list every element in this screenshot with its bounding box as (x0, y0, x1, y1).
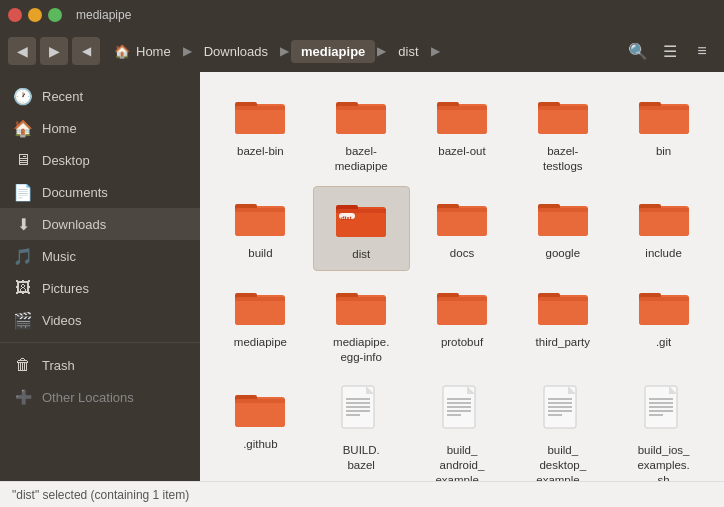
file-item-bin[interactable]: bin (615, 84, 712, 182)
breadcrumb-sep-2: ▶ (280, 44, 289, 58)
videos-icon: 🎬 (14, 311, 32, 329)
file-item-build_-android_-example---[interactable]: build_ android_ example... (414, 377, 511, 481)
file-label: BUILD. bazel (343, 443, 380, 473)
file-item-build_-desktop_-example---[interactable]: build_ desktop_ example... (514, 377, 611, 481)
svg-rect-45 (235, 297, 285, 301)
breadcrumb-downloads[interactable]: Downloads (194, 40, 278, 63)
sidebar-item-documents[interactable]: 📄 Documents (0, 176, 200, 208)
file-label: build (248, 246, 272, 261)
svg-rect-23 (235, 208, 285, 212)
file-label: bazel- mediapipe (335, 144, 388, 174)
breadcrumb-dist-label: dist (398, 44, 418, 59)
svg-rect-7 (336, 106, 386, 110)
svg-rect-2 (235, 106, 285, 134)
sidebar-item-pictures[interactable]: 🖼 Pictures (0, 272, 200, 304)
file-label: docs (450, 246, 474, 261)
desktop-icon: 🖥 (14, 151, 32, 169)
sidebar-item-videos[interactable]: 🎬 Videos (0, 304, 200, 336)
file-label: mediapipe. egg-info (333, 335, 389, 365)
back-button[interactable]: ◀ (8, 37, 36, 65)
file-item-third_party[interactable]: third_party (514, 275, 611, 373)
maximize-button[interactable] (48, 8, 62, 22)
file-label: build_ desktop_ example... (536, 443, 589, 481)
file-item-protobuf[interactable]: protobuf (414, 275, 511, 373)
breadcrumb-home[interactable]: 🏠 Home (104, 40, 181, 63)
svg-rect-44 (235, 297, 285, 325)
up-button[interactable]: ◀ (72, 37, 100, 65)
folder-icon (436, 194, 488, 242)
folder-icon (537, 283, 589, 331)
svg-rect-15 (538, 106, 588, 110)
svg-rect-65 (235, 399, 285, 403)
file-item-bazel-bin[interactable]: bazel-bin (212, 84, 309, 182)
file-grid: bazel-bin bazel- mediapipe bazel-out baz… (212, 84, 712, 481)
statusbar: "dist" selected (containing 1 item) (0, 481, 724, 507)
breadcrumb-mediapipe[interactable]: mediapipe (291, 40, 375, 63)
file-item-bazel--mediapipe[interactable]: bazel- mediapipe (313, 84, 410, 182)
file-item-mediapipe--egg-info[interactable]: mediapipe. egg-info (313, 275, 410, 373)
document-icon (441, 385, 483, 439)
sidebar-item-other-locations[interactable]: ➕ Other Locations (0, 381, 200, 413)
documents-icon: 📄 (14, 183, 32, 201)
file-label: include (645, 246, 681, 261)
minimize-button[interactable] (28, 8, 42, 22)
search-button[interactable]: 🔍 (624, 37, 652, 65)
breadcrumb-sep-4: ▶ (431, 44, 440, 58)
folder-icon (436, 283, 488, 331)
breadcrumb-sep-3: ▶ (377, 44, 386, 58)
sidebar-item-downloads[interactable]: ⬇ Downloads (0, 208, 200, 240)
sidebar-item-trash[interactable]: 🗑 Trash (0, 349, 200, 381)
menu-button[interactable]: ≡ (688, 37, 716, 65)
svg-rect-36 (538, 208, 588, 236)
sidebar-divider (0, 342, 200, 343)
sidebar-item-music[interactable]: 🎵 Music (0, 240, 200, 272)
home-icon: 🏠 (114, 44, 130, 59)
svg-rect-56 (538, 297, 588, 325)
svg-rect-53 (437, 297, 487, 301)
file-item-build_ios_-examples--sh[interactable]: build_ios_ examples. sh (615, 377, 712, 481)
file-item-dist[interactable]: dist dist (313, 186, 410, 271)
file-label: bazel- testlogs (543, 144, 583, 174)
file-item-mediapipe[interactable]: mediapipe (212, 275, 309, 373)
svg-rect-14 (538, 106, 588, 134)
file-item-BUILD--bazel[interactable]: BUILD. bazel (313, 377, 410, 481)
breadcrumb-downloads-label: Downloads (204, 44, 268, 59)
file-item-docs[interactable]: docs (414, 186, 511, 271)
file-item-google[interactable]: google (514, 186, 611, 271)
svg-rect-27 (336, 209, 386, 213)
forward-button[interactable]: ▶ (40, 37, 68, 65)
document-icon (340, 385, 382, 439)
folder-icon (436, 92, 488, 140)
file-item-include[interactable]: include (615, 186, 712, 271)
sidebar-item-recent[interactable]: 🕐 Recent (0, 80, 200, 112)
file-item--github[interactable]: .github (212, 377, 309, 481)
pictures-icon: 🖼 (14, 279, 32, 297)
folder-icon (234, 92, 286, 140)
breadcrumb-dist[interactable]: dist (388, 40, 428, 63)
folder-icon (335, 92, 387, 140)
file-label: build_ android_ example... (435, 443, 488, 481)
svg-rect-3 (235, 106, 285, 110)
folder-icon (638, 92, 690, 140)
svg-rect-19 (639, 106, 689, 110)
toolbar: ◀ ▶ ◀ 🏠 Home ▶ Downloads ▶ mediapipe ▶ d… (0, 30, 724, 72)
file-label: protobuf (441, 335, 483, 350)
sidebar-item-desktop[interactable]: 🖥 Desktop (0, 144, 200, 176)
toolbar-actions: 🔍 ☰ ≡ (624, 37, 716, 65)
view-toggle-button[interactable]: ☰ (656, 37, 684, 65)
file-item-bazel-out[interactable]: bazel-out (414, 84, 511, 182)
file-item-build[interactable]: build (212, 186, 309, 271)
document-icon (542, 385, 584, 439)
svg-rect-64 (235, 399, 285, 427)
file-label: .git (656, 335, 671, 350)
sidebar-item-home[interactable]: 🏠 Home (0, 112, 200, 144)
file-item--git[interactable]: .git (615, 275, 712, 373)
recent-icon: 🕐 (14, 87, 32, 105)
close-button[interactable] (8, 8, 22, 22)
svg-rect-22 (235, 208, 285, 236)
file-item-bazel--testlogs[interactable]: bazel- testlogs (514, 84, 611, 182)
file-area[interactable]: bazel-bin bazel- mediapipe bazel-out baz… (200, 72, 724, 481)
svg-rect-52 (437, 297, 487, 325)
svg-rect-11 (437, 106, 487, 110)
main-area: 🕐 Recent 🏠 Home 🖥 Desktop 📄 Documents ⬇ … (0, 72, 724, 481)
